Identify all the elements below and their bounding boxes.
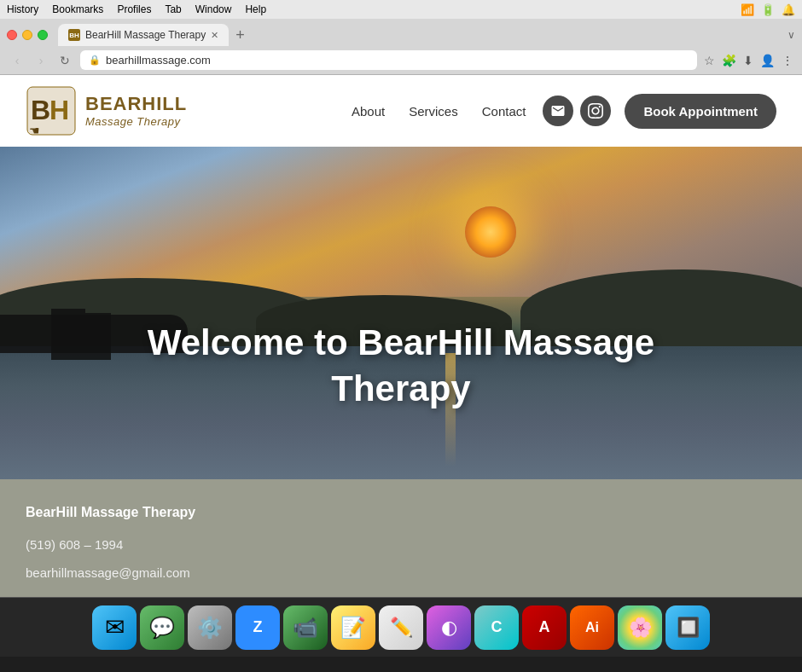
mac-dock: ✉ 💬 ⚙️ Z 📹 📝 ✏️ ◐ C A Ai 🌸 🔲 bbox=[0, 597, 802, 657]
site-footer: BearHill Massage Therapy (519) 608 – 199… bbox=[0, 479, 802, 597]
logo-brand-name: BearHill bbox=[85, 94, 187, 114]
menubar-right-icons: 📶 🔋 🔔 bbox=[741, 3, 795, 16]
minimize-button[interactable] bbox=[22, 30, 32, 40]
dock-messages[interactable]: 💬 bbox=[140, 605, 184, 650]
menu-bookmarks[interactable]: Bookmarks bbox=[52, 3, 103, 15]
browser-chrome: BH BearHill Massage Therapy ✕ + ∨ ‹ › ↻ … bbox=[0, 19, 802, 75]
menu-window[interactable]: Window bbox=[195, 3, 232, 15]
reload-button[interactable]: ↻ bbox=[56, 54, 73, 67]
tab-title: BearHill Massage Therapy bbox=[85, 29, 206, 41]
tab-bar: BH BearHill Massage Therapy ✕ + ∨ bbox=[0, 19, 802, 46]
instagram-social-button[interactable] bbox=[580, 96, 611, 126]
menu-history[interactable]: History bbox=[7, 3, 38, 15]
hero-section: Welcome to BearHill Massage Therapy bbox=[0, 147, 802, 479]
site-navigation: B H ☚ BearHill Massage Therapy About Ser… bbox=[0, 75, 802, 147]
nav-social-icons bbox=[543, 96, 611, 126]
hero-title: Welcome to BearHill Massage Therapy bbox=[102, 320, 700, 413]
website-content: B H ☚ BearHill Massage Therapy About Ser… bbox=[0, 75, 802, 597]
dock-facetime[interactable]: 📹 bbox=[283, 605, 328, 650]
macos-menubar: History Bookmarks Profiles Tab Window He… bbox=[0, 0, 802, 19]
dock-zoom[interactable]: Z bbox=[235, 605, 280, 650]
dock-adobe-ps[interactable]: Ai bbox=[570, 605, 614, 650]
nav-services[interactable]: Services bbox=[409, 104, 458, 119]
dock-notes[interactable]: 📝 bbox=[331, 605, 375, 650]
menu-help[interactable]: Help bbox=[245, 3, 266, 15]
svg-text:B: B bbox=[31, 95, 50, 125]
menu-tab[interactable]: Tab bbox=[165, 3, 181, 15]
tab-expand-button[interactable]: ∨ bbox=[787, 29, 795, 41]
dock-canva[interactable]: C bbox=[474, 605, 519, 650]
svg-text:☚: ☚ bbox=[29, 124, 40, 136]
address-actions: ☆ 🧩 ⬇ 👤 ⋮ bbox=[704, 54, 793, 67]
menu-icon[interactable]: ⋮ bbox=[782, 54, 793, 67]
dock-arc[interactable]: ◐ bbox=[427, 605, 471, 650]
book-appointment-button[interactable]: Book Appointment bbox=[625, 94, 776, 129]
bookmark-icon[interactable]: ☆ bbox=[704, 54, 715, 67]
tab-close-button[interactable]: ✕ bbox=[211, 30, 218, 41]
wifi-icon: 📶 bbox=[741, 3, 754, 16]
address-bar: ‹ › ↻ 🔒 bearhillmassage.com ☆ 🧩 ⬇ 👤 ⋮ bbox=[0, 46, 802, 74]
lock-icon: 🔒 bbox=[89, 55, 101, 66]
battery-icon: 🔋 bbox=[761, 3, 775, 16]
tab-favicon: BH bbox=[68, 29, 80, 41]
logo-text: BearHill Massage Therapy bbox=[85, 94, 187, 127]
download-icon[interactable]: ⬇ bbox=[743, 54, 753, 67]
url-field[interactable]: 🔒 bearhillmassage.com bbox=[80, 50, 697, 70]
svg-text:H: H bbox=[49, 95, 69, 125]
hero-text-block: Welcome to BearHill Massage Therapy bbox=[0, 320, 802, 413]
footer-phone: (519) 608 – 1994 bbox=[26, 537, 776, 552]
profile-icon[interactable]: 👤 bbox=[760, 54, 775, 67]
email-social-button[interactable] bbox=[543, 96, 573, 126]
logo-hill: Hill bbox=[142, 93, 187, 114]
back-button[interactable]: ‹ bbox=[9, 54, 26, 67]
clock-icon: 🔔 bbox=[782, 3, 795, 16]
dock-photos[interactable]: 🌸 bbox=[618, 605, 662, 650]
footer-business-name: BearHill Massage Therapy bbox=[26, 505, 776, 520]
logo-icon: B H ☚ bbox=[26, 85, 77, 136]
dock-mail[interactable]: ✉ bbox=[92, 605, 137, 650]
active-tab[interactable]: BH BearHill Massage Therapy ✕ bbox=[58, 24, 229, 46]
hero-sun bbox=[465, 206, 516, 258]
traffic-lights bbox=[7, 30, 48, 40]
dock-finder[interactable]: 🔲 bbox=[665, 605, 710, 650]
footer-email: bearhillmassage@gmail.com bbox=[26, 565, 776, 580]
new-tab-button[interactable]: + bbox=[235, 27, 245, 43]
hero-background bbox=[0, 147, 802, 479]
logo-bear: Bear bbox=[85, 93, 142, 114]
extension-icon[interactable]: 🧩 bbox=[722, 54, 736, 67]
site-logo[interactable]: B H ☚ BearHill Massage Therapy bbox=[26, 85, 187, 136]
logo-subtitle: Massage Therapy bbox=[85, 115, 187, 128]
dock-system-settings[interactable]: ⚙️ bbox=[188, 605, 232, 650]
dock-adobe-acrobat[interactable]: A bbox=[522, 605, 567, 650]
url-text: bearhillmassage.com bbox=[106, 54, 211, 67]
dock-freeform[interactable]: ✏️ bbox=[379, 605, 423, 650]
forward-button[interactable]: › bbox=[32, 54, 49, 67]
nav-links: About Services Contact bbox=[352, 104, 526, 119]
nav-about[interactable]: About bbox=[352, 104, 385, 119]
menu-profiles[interactable]: Profiles bbox=[117, 3, 151, 15]
fullscreen-button[interactable] bbox=[38, 30, 48, 40]
nav-contact[interactable]: Contact bbox=[482, 104, 526, 119]
close-button[interactable] bbox=[7, 30, 17, 40]
